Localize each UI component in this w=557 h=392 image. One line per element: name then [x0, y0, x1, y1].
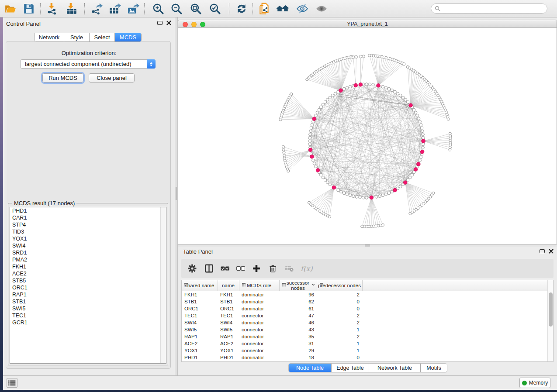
- mcds-result-item[interactable]: STP4: [10, 221, 166, 228]
- split-pane-icon[interactable]: [204, 264, 214, 273]
- table-row[interactable]: ORC1 ORC1 dominator 61 0: [182, 305, 548, 312]
- control-panel-tabs: Network Style Select MCDS: [34, 33, 142, 42]
- column-header-successor-nodes[interactable]: successor nodes: [279, 280, 317, 291]
- search-field[interactable]: [431, 3, 547, 14]
- table-row[interactable]: TEC1 TEC1 connector 47 2: [182, 312, 548, 319]
- mcds-result-item[interactable]: SWI5: [10, 305, 166, 312]
- home-networks-icon[interactable]: [276, 3, 288, 15]
- mcds-result-item[interactable]: RAP1: [10, 291, 166, 298]
- mcds-result-item[interactable]: GCR1: [10, 319, 166, 326]
- delete-column-icon[interactable]: [269, 264, 277, 273]
- table-row[interactable]: FKH1 FKH1 dominator 96 2: [182, 291, 548, 298]
- export-web-icon[interactable]: [258, 3, 270, 15]
- tab-network-table[interactable]: Network Table: [369, 364, 421, 372]
- run-mcds-button[interactable]: Run MCDS: [42, 73, 83, 83]
- sort-descending-icon: [311, 283, 315, 286]
- mcds-result-item[interactable]: TID3: [10, 228, 166, 235]
- table-scrollbar-thumb[interactable]: [549, 292, 553, 327]
- close-panel-icon[interactable]: [549, 249, 554, 254]
- export-network-icon[interactable]: [90, 3, 103, 15]
- mcds-list-scrollbar[interactable]: [160, 207, 166, 363]
- add-column-icon[interactable]: [253, 264, 260, 273]
- refresh-view-icon[interactable]: [235, 3, 248, 15]
- memory-label: Memory: [529, 380, 548, 386]
- deselect-all-checkboxes-icon[interactable]: [236, 264, 245, 273]
- zoom-fit-icon[interactable]: [190, 3, 202, 15]
- mcds-result-item[interactable]: PHD1: [10, 207, 166, 214]
- table-toolbar: f(x): [181, 259, 554, 278]
- save-session-icon[interactable]: [23, 3, 35, 15]
- tab-style[interactable]: Style: [64, 33, 90, 41]
- main-toolbar: [0, 0, 557, 17]
- tab-edge-table[interactable]: Edge Table: [332, 364, 369, 372]
- table-row[interactable]: SWI5 SWI5 connector 43 1: [182, 326, 548, 333]
- show-graphics-eye-icon[interactable]: [315, 3, 328, 15]
- zoom-in-icon[interactable]: [152, 3, 164, 15]
- table-row[interactable]: STB1 STB1 dominator 62 0: [182, 298, 548, 305]
- network-graph[interactable]: [178, 28, 557, 244]
- mcds-result-item[interactable]: PMA2: [10, 256, 166, 263]
- export-table-icon[interactable]: [109, 3, 121, 15]
- control-panel-title: Control Panel: [6, 21, 41, 27]
- right-area: YPA_prune.txt_1 Table Panel: [178, 17, 557, 375]
- mcds-result-list[interactable]: PHD1CAR1STP4TID3YOX1SWI4SRD1PMA2FKH1ACE2…: [10, 207, 166, 364]
- tab-network[interactable]: Network: [35, 33, 64, 41]
- dropdown-value: largest connected component (undirected): [21, 61, 147, 67]
- settings-gear-icon[interactable]: [188, 264, 197, 273]
- float-window-icon[interactable]: [540, 249, 545, 253]
- mcds-result-item[interactable]: ACE2: [10, 270, 166, 277]
- network-window-titlebar[interactable]: YPA_prune.txt_1: [178, 20, 557, 28]
- table-row[interactable]: RAP1 RAP1 dominator 35 2: [182, 333, 548, 340]
- mcds-result-item[interactable]: SWI4: [10, 242, 166, 249]
- table-scrollbar[interactable]: [547, 280, 553, 361]
- column-header-name[interactable]: name: [218, 280, 239, 291]
- mcds-result-item[interactable]: FKH1: [10, 263, 166, 270]
- tab-select[interactable]: Select: [90, 33, 115, 41]
- splitter-grip[interactable]: [176, 187, 177, 200]
- zoom-selected-icon[interactable]: [209, 3, 221, 15]
- mcds-result-item[interactable]: SRD1: [10, 249, 166, 256]
- zoom-out-icon[interactable]: [170, 3, 183, 15]
- optimization-criterion-label: Optimization criterion:: [3, 50, 175, 56]
- mcds-result-item[interactable]: STB1: [10, 298, 166, 305]
- open-session-icon[interactable]: [4, 3, 17, 15]
- import-table-icon[interactable]: [66, 3, 78, 15]
- hide-graphics-eye-icon[interactable]: [296, 3, 308, 15]
- mcds-result-item[interactable]: CAR1: [10, 214, 166, 221]
- close-panel-button[interactable]: Close panel: [89, 73, 135, 83]
- vertical-splitter[interactable]: [175, 17, 178, 375]
- column-header-predecessor-nodes[interactable]: predecessor nodes: [317, 280, 362, 291]
- function-builder-icon: f(x): [301, 264, 312, 273]
- memory-button[interactable]: Memory: [519, 378, 550, 388]
- network-window: YPA_prune.txt_1: [178, 20, 557, 244]
- column-header-shared-name[interactable]: shared name: [182, 280, 218, 291]
- search-icon: [435, 6, 440, 11]
- optimization-criterion-dropdown[interactable]: largest connected component (undirected): [20, 59, 156, 69]
- table-row[interactable]: YOX1 YOX1 connector 29 1: [182, 347, 548, 354]
- mcds-result-item[interactable]: TEC1: [10, 312, 166, 319]
- mcds-result-item[interactable]: YOX1: [10, 235, 166, 242]
- tab-node-table[interactable]: Node Table: [289, 364, 332, 372]
- table-row[interactable]: SWI4 SWI4 dominator 46 2: [182, 319, 548, 326]
- table-row[interactable]: PHD1 PHD1 dominator 18 0: [182, 354, 548, 361]
- float-window-icon[interactable]: [157, 21, 163, 25]
- mapped-column-icon: [184, 282, 188, 287]
- search-input[interactable]: [443, 5, 539, 13]
- filler-header: [362, 280, 548, 291]
- export-image-icon[interactable]: [127, 3, 139, 15]
- select-all-checkboxes-icon[interactable]: [221, 264, 229, 273]
- task-history-button[interactable]: [7, 378, 17, 388]
- task-list-icon: [8, 380, 16, 386]
- import-network-icon[interactable]: [46, 3, 59, 15]
- mcds-result-item[interactable]: STB5: [10, 277, 166, 284]
- column-header-mcds-role[interactable]: MCDS role: [239, 280, 279, 291]
- mcds-result-item[interactable]: ORC1: [10, 284, 166, 291]
- table-row[interactable]: ACE2 ACE2 connector 31 1: [182, 340, 548, 347]
- toolbar-separator: [229, 3, 229, 14]
- toolbar-separator: [84, 3, 85, 14]
- control-panel-titlebar: Control Panel: [3, 17, 175, 29]
- close-panel-icon[interactable]: [166, 21, 171, 25]
- tab-mcds[interactable]: MCDS: [115, 33, 141, 41]
- tab-motifs[interactable]: Motifs: [421, 364, 447, 372]
- table-header-row: shared name name MCDS role successor nod…: [182, 280, 548, 291]
